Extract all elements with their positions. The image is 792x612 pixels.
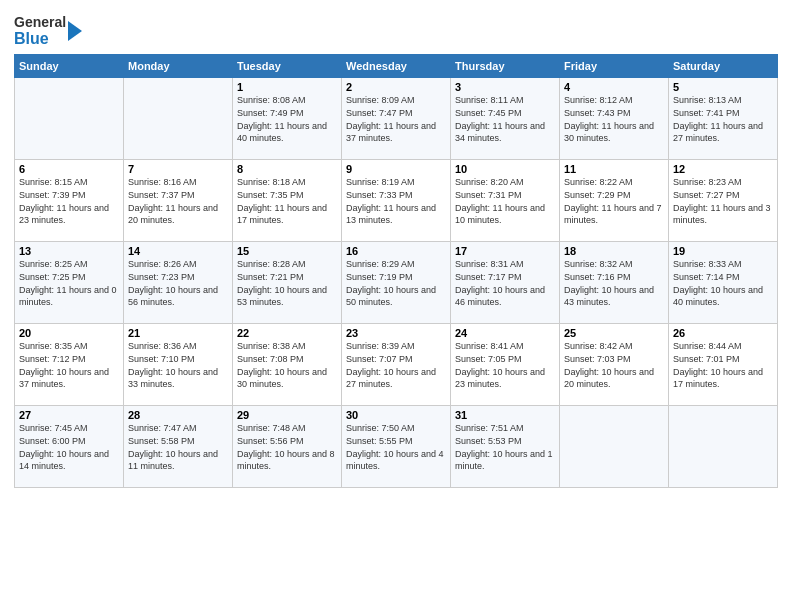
- day-info: Sunrise: 8:31 AMSunset: 7:17 PMDaylight:…: [455, 258, 555, 308]
- day-info: Sunrise: 8:29 AMSunset: 7:19 PMDaylight:…: [346, 258, 446, 308]
- day-cell: 28Sunrise: 7:47 AMSunset: 5:58 PMDayligh…: [124, 406, 233, 488]
- day-number: 21: [128, 327, 228, 339]
- day-cell: 25Sunrise: 8:42 AMSunset: 7:03 PMDayligh…: [560, 324, 669, 406]
- logo-general: General: [14, 14, 66, 30]
- day-cell: 30Sunrise: 7:50 AMSunset: 5:55 PMDayligh…: [342, 406, 451, 488]
- day-cell: 19Sunrise: 8:33 AMSunset: 7:14 PMDayligh…: [669, 242, 778, 324]
- day-info: Sunrise: 8:08 AMSunset: 7:49 PMDaylight:…: [237, 94, 337, 144]
- logo-text: General Blue: [14, 14, 66, 48]
- day-cell: 16Sunrise: 8:29 AMSunset: 7:19 PMDayligh…: [342, 242, 451, 324]
- day-cell: 27Sunrise: 7:45 AMSunset: 6:00 PMDayligh…: [15, 406, 124, 488]
- day-cell: 24Sunrise: 8:41 AMSunset: 7:05 PMDayligh…: [451, 324, 560, 406]
- week-row-3: 13Sunrise: 8:25 AMSunset: 7:25 PMDayligh…: [15, 242, 778, 324]
- logo-arrow-icon: [68, 17, 86, 45]
- day-number: 29: [237, 409, 337, 421]
- day-number: 4: [564, 81, 664, 93]
- day-cell: 18Sunrise: 8:32 AMSunset: 7:16 PMDayligh…: [560, 242, 669, 324]
- day-cell: 5Sunrise: 8:13 AMSunset: 7:41 PMDaylight…: [669, 78, 778, 160]
- day-info: Sunrise: 8:11 AMSunset: 7:45 PMDaylight:…: [455, 94, 555, 144]
- weekday-header-thursday: Thursday: [451, 55, 560, 78]
- day-cell: [124, 78, 233, 160]
- day-number: 6: [19, 163, 119, 175]
- weekday-header-friday: Friday: [560, 55, 669, 78]
- day-number: 31: [455, 409, 555, 421]
- day-info: Sunrise: 7:51 AMSunset: 5:53 PMDaylight:…: [455, 422, 555, 472]
- day-number: 11: [564, 163, 664, 175]
- day-number: 23: [346, 327, 446, 339]
- day-cell: 3Sunrise: 8:11 AMSunset: 7:45 PMDaylight…: [451, 78, 560, 160]
- day-number: 8: [237, 163, 337, 175]
- day-info: Sunrise: 8:20 AMSunset: 7:31 PMDaylight:…: [455, 176, 555, 226]
- day-number: 28: [128, 409, 228, 421]
- day-cell: 31Sunrise: 7:51 AMSunset: 5:53 PMDayligh…: [451, 406, 560, 488]
- day-info: Sunrise: 8:15 AMSunset: 7:39 PMDaylight:…: [19, 176, 119, 226]
- day-number: 25: [564, 327, 664, 339]
- day-cell: 22Sunrise: 8:38 AMSunset: 7:08 PMDayligh…: [233, 324, 342, 406]
- day-info: Sunrise: 8:13 AMSunset: 7:41 PMDaylight:…: [673, 94, 773, 144]
- day-cell: 1Sunrise: 8:08 AMSunset: 7:49 PMDaylight…: [233, 78, 342, 160]
- day-info: Sunrise: 8:33 AMSunset: 7:14 PMDaylight:…: [673, 258, 773, 308]
- logo-blue: Blue: [14, 30, 66, 48]
- week-row-5: 27Sunrise: 7:45 AMSunset: 6:00 PMDayligh…: [15, 406, 778, 488]
- day-number: 5: [673, 81, 773, 93]
- day-cell: [669, 406, 778, 488]
- day-info: Sunrise: 8:26 AMSunset: 7:23 PMDaylight:…: [128, 258, 228, 308]
- page: General Blue SundayMondayTuesdayWednesda…: [0, 0, 792, 612]
- day-number: 24: [455, 327, 555, 339]
- day-number: 9: [346, 163, 446, 175]
- day-number: 16: [346, 245, 446, 257]
- day-info: Sunrise: 8:22 AMSunset: 7:29 PMDaylight:…: [564, 176, 664, 226]
- day-cell: 11Sunrise: 8:22 AMSunset: 7:29 PMDayligh…: [560, 160, 669, 242]
- day-info: Sunrise: 8:25 AMSunset: 7:25 PMDaylight:…: [19, 258, 119, 308]
- day-cell: 9Sunrise: 8:19 AMSunset: 7:33 PMDaylight…: [342, 160, 451, 242]
- day-info: Sunrise: 8:19 AMSunset: 7:33 PMDaylight:…: [346, 176, 446, 226]
- day-info: Sunrise: 8:16 AMSunset: 7:37 PMDaylight:…: [128, 176, 228, 226]
- day-info: Sunrise: 8:23 AMSunset: 7:27 PMDaylight:…: [673, 176, 773, 226]
- day-number: 30: [346, 409, 446, 421]
- day-info: Sunrise: 7:48 AMSunset: 5:56 PMDaylight:…: [237, 422, 337, 472]
- day-cell: 29Sunrise: 7:48 AMSunset: 5:56 PMDayligh…: [233, 406, 342, 488]
- week-row-2: 6Sunrise: 8:15 AMSunset: 7:39 PMDaylight…: [15, 160, 778, 242]
- day-cell: 23Sunrise: 8:39 AMSunset: 7:07 PMDayligh…: [342, 324, 451, 406]
- day-info: Sunrise: 8:09 AMSunset: 7:47 PMDaylight:…: [346, 94, 446, 144]
- weekday-header-tuesday: Tuesday: [233, 55, 342, 78]
- day-cell: 26Sunrise: 8:44 AMSunset: 7:01 PMDayligh…: [669, 324, 778, 406]
- svg-marker-0: [68, 21, 82, 41]
- day-info: Sunrise: 8:42 AMSunset: 7:03 PMDaylight:…: [564, 340, 664, 390]
- day-number: 15: [237, 245, 337, 257]
- day-number: 2: [346, 81, 446, 93]
- day-cell: 6Sunrise: 8:15 AMSunset: 7:39 PMDaylight…: [15, 160, 124, 242]
- day-cell: 14Sunrise: 8:26 AMSunset: 7:23 PMDayligh…: [124, 242, 233, 324]
- logo-container: General Blue: [14, 14, 86, 48]
- weekday-header-monday: Monday: [124, 55, 233, 78]
- day-cell: [560, 406, 669, 488]
- day-number: 13: [19, 245, 119, 257]
- day-number: 18: [564, 245, 664, 257]
- day-number: 10: [455, 163, 555, 175]
- weekday-header-saturday: Saturday: [669, 55, 778, 78]
- day-number: 7: [128, 163, 228, 175]
- day-info: Sunrise: 8:28 AMSunset: 7:21 PMDaylight:…: [237, 258, 337, 308]
- day-cell: 21Sunrise: 8:36 AMSunset: 7:10 PMDayligh…: [124, 324, 233, 406]
- day-info: Sunrise: 8:35 AMSunset: 7:12 PMDaylight:…: [19, 340, 119, 390]
- day-number: 1: [237, 81, 337, 93]
- day-number: 14: [128, 245, 228, 257]
- day-number: 19: [673, 245, 773, 257]
- day-info: Sunrise: 8:18 AMSunset: 7:35 PMDaylight:…: [237, 176, 337, 226]
- day-cell: 15Sunrise: 8:28 AMSunset: 7:21 PMDayligh…: [233, 242, 342, 324]
- day-cell: 20Sunrise: 8:35 AMSunset: 7:12 PMDayligh…: [15, 324, 124, 406]
- weekday-header-sunday: Sunday: [15, 55, 124, 78]
- weekday-header-row: SundayMondayTuesdayWednesdayThursdayFrid…: [15, 55, 778, 78]
- day-number: 12: [673, 163, 773, 175]
- day-info: Sunrise: 7:45 AMSunset: 6:00 PMDaylight:…: [19, 422, 119, 472]
- day-number: 17: [455, 245, 555, 257]
- day-cell: 17Sunrise: 8:31 AMSunset: 7:17 PMDayligh…: [451, 242, 560, 324]
- day-info: Sunrise: 8:36 AMSunset: 7:10 PMDaylight:…: [128, 340, 228, 390]
- day-number: 27: [19, 409, 119, 421]
- day-number: 3: [455, 81, 555, 93]
- day-info: Sunrise: 7:50 AMSunset: 5:55 PMDaylight:…: [346, 422, 446, 472]
- weekday-header-wednesday: Wednesday: [342, 55, 451, 78]
- day-info: Sunrise: 8:44 AMSunset: 7:01 PMDaylight:…: [673, 340, 773, 390]
- day-number: 22: [237, 327, 337, 339]
- day-cell: 4Sunrise: 8:12 AMSunset: 7:43 PMDaylight…: [560, 78, 669, 160]
